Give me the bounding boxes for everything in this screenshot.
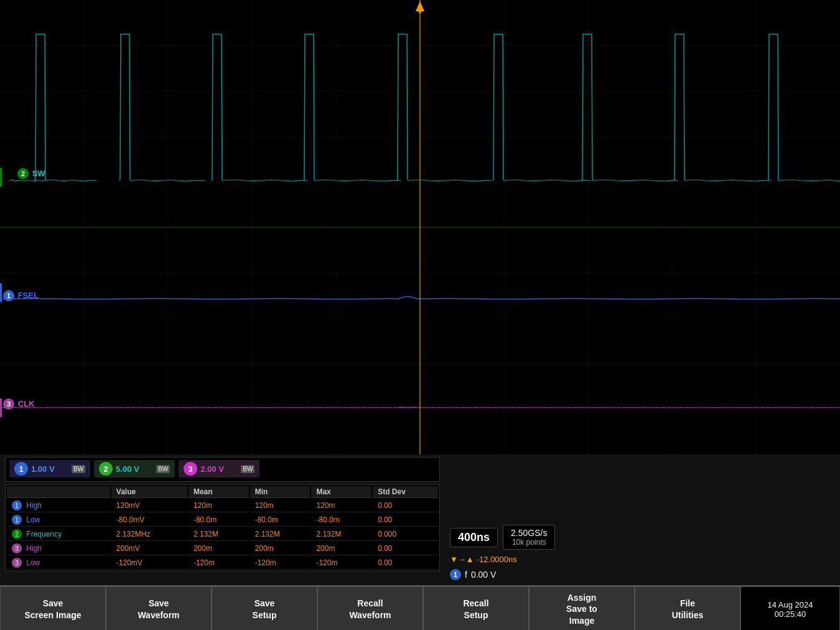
meas-min-1: -80.0m — [250, 514, 310, 527]
ch1-badge: 1 — [14, 462, 28, 476]
meas-max-3: 200m — [311, 542, 371, 555]
meas-stddev-0: 0.00 — [373, 499, 438, 512]
datetime-display: 14 Aug 2024 00:25:40 — [740, 586, 840, 630]
ch3-badge: 3 — [184, 462, 197, 476]
meas-mean-0: 120m — [189, 499, 249, 512]
meas-stddev-4: 0.00 — [373, 557, 438, 570]
trigger-type: f — [465, 570, 467, 580]
assign-to-image-button[interactable]: AssignSave toImage — [529, 586, 635, 630]
ch3-bw-badge: BW — [241, 465, 254, 473]
recall-setup-button[interactable]: RecallSetup — [423, 586, 529, 630]
file-utilities-button[interactable]: FileUtilities — [635, 586, 740, 630]
svg-rect-28 — [0, 168, 2, 187]
col-stddev: Std Dev — [373, 486, 438, 498]
ch2-bw-badge: BW — [156, 465, 170, 473]
measurements-table: Value Mean Min Max Std Dev 1 High 120mV … — [5, 484, 440, 571]
ch1-voltage: 1.00 V — [31, 464, 68, 474]
trigger-info: ▼→▲ -12.0000ns — [450, 555, 835, 564]
meas-label-0: 1 High — [7, 499, 110, 512]
ch2-label: 2 SW — [17, 168, 45, 179]
record-length-value: 10k points — [511, 538, 547, 547]
meas-stddev-1: 0.00 — [373, 514, 438, 527]
col-label — [7, 486, 110, 498]
meas-label-1: 1 Low — [7, 514, 110, 527]
svg-rect-29 — [0, 283, 2, 302]
oscilloscope-display: 2 SW 1 FSEL 3 CLK — [0, 0, 840, 454]
trigger-pos: -12.0000ns — [477, 555, 517, 564]
trigger-level: 0.00 V — [471, 570, 496, 580]
timebase-area: 400ns 2.50GS/s 10k points — [450, 525, 835, 550]
meas-max-1: -80.0m — [311, 514, 371, 527]
meas-mean-1: -80.0m — [189, 514, 249, 527]
meas-stddev-3: 0.00 — [373, 542, 438, 555]
save-screen-button[interactable]: SaveScreen Image — [0, 586, 106, 630]
trigger-ch-indicator: 1 — [450, 569, 461, 580]
col-min: Min — [250, 486, 310, 498]
meas-min-2: 2.132M — [250, 528, 310, 541]
meas-value-1: -80.0mV — [111, 514, 187, 527]
right-info: 400ns 2.50GS/s 10k points ▼→▲ -12.0000ns… — [445, 454, 840, 585]
recall-waveform-button[interactable]: RecallWaveform — [317, 586, 423, 630]
measurements-table-area: 1 1.00 V BW 2 5.00 V BW 3 2.00 V BW — [0, 454, 445, 585]
meas-max-2: 2.132M — [311, 528, 371, 541]
meas-value-4: -120mV — [111, 557, 187, 570]
meas-label-3: 3 High — [7, 542, 110, 555]
save-waveform-button[interactable]: SaveWaveform — [106, 586, 212, 630]
date-display: 14 Aug 2024 — [767, 600, 813, 609]
time-display: 00:25:40 — [775, 609, 806, 619]
timebase-box: 400ns — [450, 528, 498, 547]
meas-stddev-2: 0.000 — [373, 528, 438, 541]
ch2-badge: 2 — [99, 462, 113, 476]
meas-min-3: 200m — [250, 542, 310, 555]
meas-label-2: 2 Frequency — [7, 528, 110, 541]
meas-mean-4: -120m — [189, 557, 249, 570]
col-value: Value — [111, 486, 187, 498]
ch2-voltage: 5.00 V — [116, 464, 153, 474]
meas-max-0: 120m — [311, 499, 371, 512]
ch3-voltage: 2.00 V — [200, 464, 238, 474]
meas-min-0: 120m — [250, 499, 310, 512]
trigger-channel-area: 1 f 0.00 V — [450, 569, 835, 580]
meas-value-3: 200mV — [111, 542, 187, 555]
meas-value-0: 120mV — [111, 499, 187, 512]
meas-mean-2: 2.132M — [189, 528, 249, 541]
col-max: Max — [311, 486, 371, 498]
meas-value-2: 2.132MHz — [111, 528, 187, 541]
ch3-label: 3 CLK — [3, 398, 34, 410]
col-mean: Mean — [189, 486, 249, 498]
sample-rate-box: 2.50GS/s 10k points — [503, 525, 555, 550]
save-setup-button[interactable]: SaveSetup — [212, 586, 317, 630]
timebase-value: 400ns — [458, 531, 490, 544]
grid — [0, 0, 840, 454]
measurements-section: 1 1.00 V BW 2 5.00 V BW 3 2.00 V BW — [0, 454, 840, 585]
meas-max-4: -120m — [311, 557, 371, 570]
svg-rect-30 — [0, 398, 2, 417]
ch1-bw-badge: BW — [72, 465, 85, 473]
ch1-label: 1 FSEL — [3, 290, 39, 301]
button-bar: SaveScreen Image SaveWaveform SaveSetup … — [0, 585, 840, 630]
meas-label-4: 3 Low — [7, 557, 110, 570]
meas-mean-3: 200m — [189, 542, 249, 555]
meas-min-4: -120m — [250, 557, 310, 570]
sample-rate-value: 2.50GS/s — [511, 528, 547, 538]
